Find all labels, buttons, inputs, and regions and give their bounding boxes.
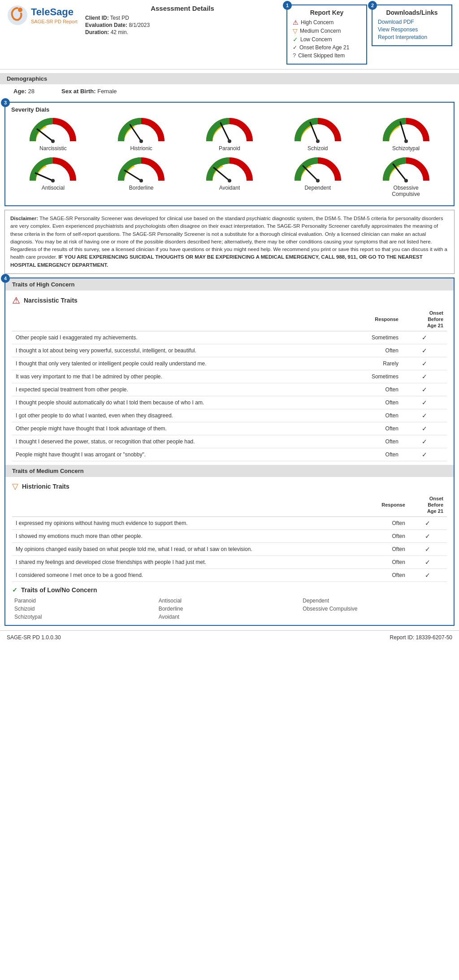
question-text: I shared my feelings and developed close… [12, 555, 358, 568]
question-text: I thought people should automatically do… [12, 396, 342, 409]
logo-text: TeleSage [31, 6, 78, 18]
eval-date: Evaluation Date: 8/1/2023 [85, 22, 280, 28]
histrionic-table: Response OnsetBeforeAge 21 I expressed m… [12, 494, 447, 582]
report-key-list: ⚠ High Concern ▽ Medium Concern ✓ Low Co… [293, 19, 361, 59]
dial-label-borderline: Borderline [129, 185, 154, 191]
col-onset-header-h: OnsetBeforeAge 21 [409, 494, 447, 516]
view-responses-link[interactable]: View Responses [378, 26, 446, 33]
disclaimer-body: The SAGE-SR Personality Screener was dev… [10, 216, 447, 260]
dial-histrionic: Histrionic [114, 117, 168, 152]
svg-point-18 [228, 179, 231, 182]
downloads-box: 2 Downloads/Links Download PDF View Resp… [372, 4, 452, 46]
svg-point-20 [316, 179, 320, 182]
onset-check: ✓ [402, 331, 447, 344]
gauge-histrionic [117, 117, 166, 143]
onset-check: ✓ [409, 555, 447, 568]
report-id: Report ID: 18339-6207-50 [390, 634, 452, 641]
response-value: Often [358, 516, 409, 529]
medium-concern-header: Traits of Medium Concern [5, 465, 454, 477]
question-text: Other people said I exaggerated my achie… [12, 331, 342, 344]
low-concern-item: Paranoid [14, 597, 159, 604]
question-text: People might have thought I was arrogant… [12, 448, 342, 461]
dial-schizotypal: Schizotypal [379, 117, 433, 152]
gauge-obsessive-compulsive [381, 156, 431, 183]
report-key-title: Report Key [293, 9, 361, 16]
downloads-num: 2 [368, 1, 377, 10]
onset-check: ✓ [409, 542, 447, 555]
svg-line-5 [130, 125, 141, 141]
dial-avoidant: Avoidant [203, 156, 256, 197]
question-text: I thought that only very talented or int… [12, 357, 342, 370]
question-text: Other people might have thought that I t… [12, 422, 342, 435]
dials-row-1: Narcissistic Histrionic [9, 117, 450, 152]
low-concern-grid: ParanoidAntisocialDependentSchizoidBorde… [12, 597, 447, 620]
low-concern-icon: ✓ [12, 586, 17, 594]
svg-line-13 [35, 173, 53, 181]
age-item: Age: 28 [13, 88, 35, 95]
onset-check: ✓ [402, 357, 447, 370]
report-key-item-high: ⚠ High Concern [293, 19, 361, 26]
dial-label-antisocial: Antisocial [42, 185, 65, 191]
disclaimer-box: Disclaimer: The SAGE-SR Personality Scre… [4, 210, 455, 274]
low-concern-item: Dependent [303, 597, 447, 604]
disclaimer-text: Disclaimer: The SAGE-SR Personality Scre… [10, 215, 449, 269]
low-concern-title: ✓ Traits of Low/No Concern [12, 586, 447, 594]
table-row: I thought that only very talented or int… [12, 357, 447, 370]
response-value: Often [342, 396, 402, 409]
report-key-item-low: ✓ Low Concern [293, 36, 361, 43]
question-text: I expected special treatment from other … [12, 383, 342, 396]
logo-icon [7, 4, 28, 26]
dial-label-histrionic: Histrionic [130, 145, 152, 152]
onset-check: ✓ [402, 448, 447, 461]
question-text: I thought I deserved the power, status, … [12, 435, 342, 448]
sex-item: Sex at Birth: Female [61, 88, 117, 95]
svg-line-17 [214, 168, 230, 181]
col-response-header-h: Response [358, 494, 409, 516]
low-concern-item: Obsessive Compulsive [303, 605, 447, 612]
client-id: Client ID: Test PD [85, 15, 280, 21]
page-footer: SAGE-SR PD 1.0.0.30 Report ID: 18339-620… [0, 630, 459, 644]
histrionic-group: ▽ Histrionic Traits Response OnsetBefore… [5, 477, 454, 582]
question-text: I considered someone I met once to be a … [12, 568, 358, 581]
dial-paranoid: Paranoid [203, 117, 256, 152]
table-row: Other people might have thought that I t… [12, 422, 447, 435]
dial-label-avoidant: Avoidant [219, 185, 240, 191]
report-id-label: Report ID: [390, 634, 415, 641]
onset-check: ✓ [409, 516, 447, 529]
high-concern-icon: ⚠ [12, 295, 20, 306]
report-id-value: 18339-6207-50 [416, 634, 452, 641]
onset-check: ✓ [402, 396, 447, 409]
narcissistic-title-row: ⚠ Narcissistic Traits [12, 291, 447, 308]
col-question-h [12, 494, 358, 516]
table-row: People might have thought I was arrogant… [12, 448, 447, 461]
low-concern-item: Antisocial [159, 597, 303, 604]
table-row: I thought I deserved the power, status, … [12, 435, 447, 448]
narcissistic-title: Narcissistic Traits [24, 297, 78, 304]
response-value: Often [342, 422, 402, 435]
response-value: Sometimes [342, 331, 402, 344]
dial-label-paranoid: Paranoid [219, 145, 240, 152]
low-concern-item: Schizotypal [14, 613, 159, 620]
dial-label-dependent: Dependent [304, 185, 331, 191]
response-value: Often [358, 555, 409, 568]
high-concern-header: Traits of High Concern [5, 278, 454, 291]
histrionic-title: Histrionic Traits [22, 483, 69, 490]
assessment-details: Assessment Details Client ID: Test PD Ev… [78, 4, 286, 36]
svg-point-4 [51, 139, 55, 143]
gauge-schizotypal [381, 117, 431, 143]
low-concern-item [303, 613, 447, 620]
gauge-paranoid [205, 117, 254, 143]
col-response-header: Response [342, 308, 402, 331]
dial-obsessive-compulsive: Obsessive Compulsive [379, 156, 433, 197]
onset-check: ✓ [409, 568, 447, 581]
response-value: Often [342, 344, 402, 357]
download-pdf-link[interactable]: Download PDF [378, 19, 446, 25]
svg-point-16 [139, 179, 143, 182]
response-value: Sometimes [342, 370, 402, 383]
dial-label-schizoid: Schizoid [307, 145, 328, 152]
svg-line-21 [393, 164, 406, 181]
report-key-num: 1 [283, 1, 292, 10]
gauge-dependent [293, 156, 342, 183]
report-interpretation-link[interactable]: Report Interpretation [378, 34, 446, 40]
page-header: TeleSage SAGE-SR PD Report Assessment De… [0, 0, 459, 69]
